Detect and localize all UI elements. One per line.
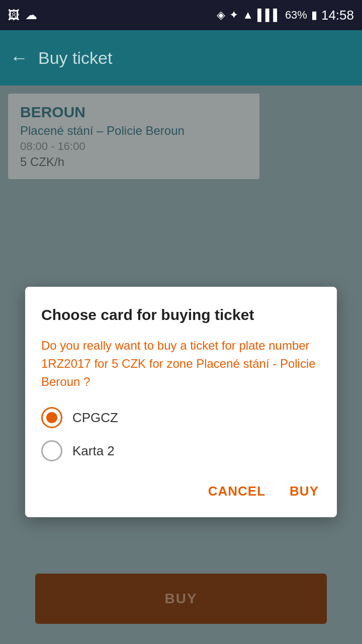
status-bar-right: ◈ ✦ ▲ ▌▌▌ 63% ▮ 14:58 bbox=[217, 8, 354, 23]
app-bar: ← Buy ticket bbox=[0, 30, 362, 86]
bluetooth-icon: ✦ bbox=[229, 9, 238, 22]
status-time: 14:58 bbox=[321, 8, 354, 23]
cloud-icon: ☁ bbox=[25, 8, 37, 22]
location-icon: ◈ bbox=[217, 9, 225, 22]
dialog-message: Do you really want to buy a ticket for p… bbox=[41, 337, 321, 391]
page-title: Buy ticket bbox=[38, 48, 112, 68]
status-bar-left: 🖼 ☁ bbox=[8, 8, 37, 22]
status-bar: 🖼 ☁ ◈ ✦ ▲ ▌▌▌ 63% ▮ 14:58 bbox=[0, 0, 362, 30]
battery-icon: ▮ bbox=[311, 9, 317, 22]
battery-percent: 63% bbox=[285, 9, 307, 22]
card-selection-group: CPGCZ Karta 2 bbox=[41, 407, 321, 461]
image-icon: 🖼 bbox=[8, 8, 20, 22]
radio-circle-karta2[interactable] bbox=[41, 440, 62, 461]
dialog-actions: CANCEL BUY bbox=[41, 479, 321, 503]
radio-label-cpgcz: CPGCZ bbox=[72, 410, 118, 426]
radio-item-karta2[interactable]: Karta 2 bbox=[41, 440, 321, 461]
cancel-button[interactable]: CANCEL bbox=[206, 479, 267, 503]
signal-icon: ▌▌▌ bbox=[257, 9, 281, 22]
wifi-icon: ▲ bbox=[242, 9, 253, 22]
dialog-title: Choose card for buying ticket bbox=[41, 305, 321, 325]
radio-circle-cpgcz[interactable] bbox=[41, 407, 62, 428]
dialog: Choose card for buying ticket Do you rea… bbox=[25, 287, 337, 517]
back-button[interactable]: ← bbox=[10, 47, 28, 68]
radio-item-cpgcz[interactable]: CPGCZ bbox=[41, 407, 321, 428]
main-content: BEROUN Placené stání – Policie Beroun 08… bbox=[0, 86, 362, 644]
buy-button[interactable]: BUY bbox=[288, 479, 321, 503]
radio-label-karta2: Karta 2 bbox=[72, 443, 115, 459]
